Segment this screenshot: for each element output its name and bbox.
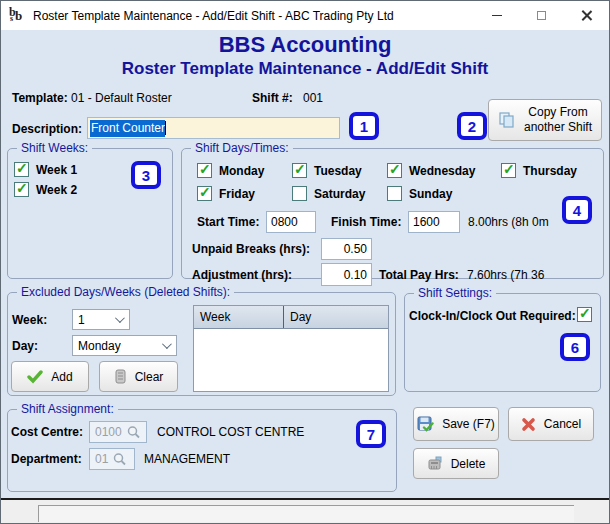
start-time-label: Start Time: [197,215,259,229]
delete-button-label: Delete [451,457,486,471]
finish-time-input[interactable]: 1600 [408,211,460,233]
friday-checkbox[interactable] [197,186,212,201]
checkbox-row-monday[interactable]: Monday [197,163,264,178]
excluded-day-select[interactable]: Monday [72,335,177,356]
excluded-day-value: Monday [78,339,121,353]
shift-settings-group: Shift Settings: [404,293,601,392]
cost-centre-lookup[interactable]: 0100 [89,421,147,443]
green-check-icon [27,370,43,384]
checkbox-row-week-1[interactable]: Week 1 [14,162,77,177]
clear-button[interactable]: Clear [99,361,178,392]
copy-button-label: Copy From another Shift [524,105,592,135]
description-input[interactable]: Front Counter [87,117,340,139]
annotation-2: 2 [457,112,487,140]
shift-assignment-title: Shift Assignment: [17,402,118,416]
chevron-down-icon [115,313,125,323]
text-caret [165,121,166,135]
window-title: Roster Template Maintenance - Add/Edit S… [33,9,394,23]
thursday-label: Thursday [523,164,577,178]
floppy-check-icon [417,416,434,433]
copy-from-another-shift-button[interactable]: Copy From another Shift [488,99,602,141]
app-logo-icon: bsb [9,7,26,24]
magnifier-icon[interactable] [126,425,141,440]
saturday-label: Saturday [314,187,365,201]
shift-number-value: 001 [303,91,323,105]
friday-label: Friday [219,187,255,201]
close-button[interactable] [564,1,609,30]
template-label: Template: [12,91,68,105]
shredder-icon [427,456,443,471]
thursday-checkbox[interactable] [501,163,516,178]
copy-pages-icon [498,111,516,129]
shift-days-times-title: Shift Days/Times: [191,141,293,155]
wednesday-label: Wednesday [409,164,475,178]
week-2-checkbox[interactable] [14,182,29,197]
page-title: Roster Template Maintenance - Add/Edit S… [1,59,609,79]
monday-label: Monday [219,164,264,178]
department-code: 01 [95,452,108,466]
add-button-label: Add [51,370,72,384]
annotation-1: 1 [349,112,379,140]
magnifier-icon[interactable] [112,452,127,467]
dialog-window: bsb Roster Template Maintenance - Add/Ed… [0,0,610,524]
adjustment-input[interactable]: 0.10 [321,263,372,286]
title-bar: bsb Roster Template Maintenance - Add/Ed… [1,1,609,30]
clock-in-out-checkbox[interactable] [577,307,592,322]
week-1-label: Week 1 [36,163,77,177]
tuesday-checkbox[interactable] [292,163,307,178]
adjustment-label: Adjustment (hrs): [192,268,292,282]
checkbox-row-week-2[interactable]: Week 2 [14,182,77,197]
description-selected-text: Front Counter [90,120,165,137]
close-icon [581,10,592,21]
excluded-week-value: 1 [78,313,85,327]
wednesday-checkbox[interactable] [387,163,402,178]
checkbox-row-sunday[interactable]: Sunday [387,186,452,201]
week-1-checkbox[interactable] [14,162,29,177]
saturday-checkbox[interactable] [292,186,307,201]
cancel-button[interactable]: Cancel [508,407,594,441]
shift-assignment-group: Shift Assignment: [7,409,397,492]
department-label: Department: [11,452,82,466]
excluded-days-weeks-title: Excluded Days/Weeks (Deleted Shifts): [17,285,234,299]
minimize-icon [492,15,502,16]
checkbox-row-tuesday[interactable]: Tuesday [292,163,362,178]
shift-number-label: Shift #: [252,91,293,105]
total-pay-hrs-label: Total Pay Hrs: [379,268,459,282]
department-lookup[interactable]: 01 [89,448,135,470]
shift-duration-text: 8.00hrs (8h 0m [468,215,549,229]
excluded-table-header-week: Week [194,306,284,328]
sunday-checkbox[interactable] [387,186,402,201]
unpaid-breaks-label: Unpaid Breaks (hrs): [192,242,310,256]
tuesday-label: Tuesday [314,164,362,178]
checkbox-row-thursday[interactable]: Thursday [501,163,577,178]
save-button-label: Save (F7) [442,417,495,431]
shift-weeks-title: Shift Weeks: [17,141,92,155]
excluded-shifts-table[interactable]: Week Day [193,305,389,392]
red-cross-icon [521,417,536,432]
cost-centre-label: Cost Centre: [11,425,83,439]
description-label: Description: [12,122,82,136]
department-name: MANAGEMENT [144,452,230,466]
checkbox-row-wednesday[interactable]: Wednesday [387,163,475,178]
cost-centre-code: 0100 [95,425,122,439]
monday-checkbox[interactable] [197,163,212,178]
minimize-button[interactable] [474,1,519,30]
maximize-button[interactable] [519,1,564,30]
maximize-icon [537,11,546,20]
unpaid-breaks-input[interactable]: 0.50 [321,238,372,260]
checkbox-row-friday[interactable]: Friday [197,186,255,201]
start-time-input[interactable]: 0800 [266,211,316,233]
excluded-week-select[interactable]: 1 [72,309,130,330]
checkbox-row-saturday[interactable]: Saturday [292,186,365,201]
excluded-table-header: Week Day [194,306,388,329]
delete-button[interactable]: Delete [413,448,499,479]
chevron-down-icon [162,339,172,349]
template-value: 01 - Default Roster [71,91,172,105]
save-button[interactable]: Save (F7) [413,407,499,441]
status-panel [38,505,574,522]
clock-in-out-label: Clock-In/Clock Out Required: [409,309,576,323]
clear-button-label: Clear [135,370,164,384]
add-button[interactable]: Add [11,361,89,392]
eraser-icon [114,369,127,384]
excluded-week-label: Week: [12,313,47,327]
